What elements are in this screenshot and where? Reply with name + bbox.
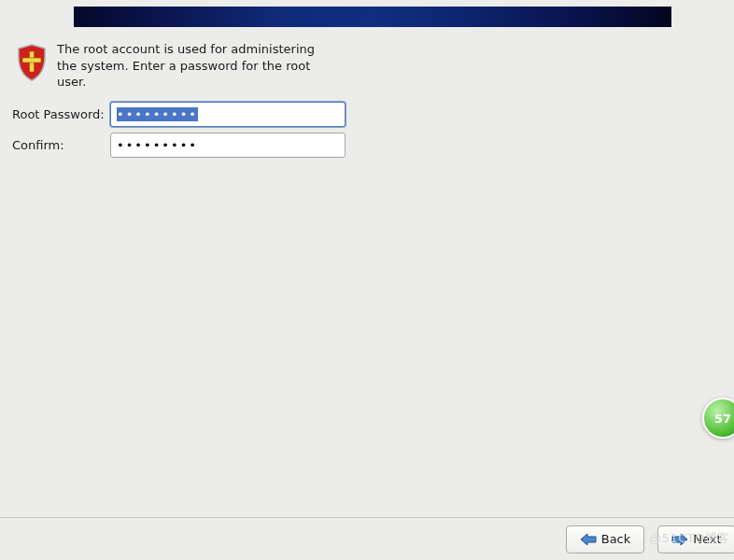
navigation-bar: Back Next bbox=[0, 517, 734, 560]
next-button-label: Next bbox=[693, 532, 721, 546]
next-button[interactable]: Next bbox=[657, 525, 734, 553]
root-password-input[interactable] bbox=[110, 102, 346, 127]
confirm-password-input[interactable] bbox=[110, 133, 346, 158]
confirm-label: Confirm: bbox=[12, 138, 110, 152]
header-banner bbox=[74, 7, 671, 27]
svg-rect-1 bbox=[22, 58, 41, 63]
back-button-label: Back bbox=[601, 532, 631, 546]
arrow-left-icon bbox=[580, 533, 597, 546]
side-badge-value: 57 bbox=[714, 412, 731, 426]
confirm-row: Confirm: bbox=[12, 133, 346, 158]
back-button[interactable]: Back bbox=[566, 525, 644, 553]
instruction-row: The root account is used for administeri… bbox=[15, 41, 318, 91]
shield-icon bbox=[15, 43, 49, 82]
arrow-right-icon bbox=[671, 533, 688, 546]
root-password-row: Root Password: bbox=[12, 102, 346, 127]
password-form: Root Password: Confirm: bbox=[12, 102, 346, 163]
root-password-label: Root Password: bbox=[12, 107, 110, 121]
instruction-text: The root account is used for administeri… bbox=[57, 41, 318, 91]
side-badge[interactable]: 57 bbox=[702, 398, 734, 439]
